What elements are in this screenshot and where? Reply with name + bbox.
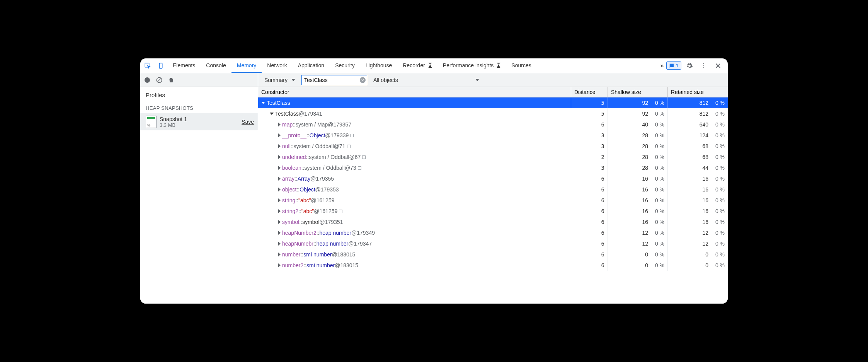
link-box-icon xyxy=(350,134,354,137)
chevron-right-icon[interactable] xyxy=(278,144,281,148)
shallow-pct: 0 % xyxy=(650,262,664,268)
cell-distance: 6 xyxy=(571,173,608,184)
row-text: :: xyxy=(301,165,305,171)
retained-value: 68 xyxy=(702,143,708,149)
cell-retained: 8120 % xyxy=(668,108,728,119)
chevron-right-icon[interactable] xyxy=(278,263,281,267)
shallow-pct: 0 % xyxy=(650,186,664,193)
summary-select[interactable]: Summary xyxy=(261,77,298,83)
table-row[interactable]: heapNumber2 :: heap number @1793496120 %… xyxy=(258,227,728,238)
class-filter-input[interactable] xyxy=(301,75,367,85)
chevron-right-icon[interactable] xyxy=(278,133,281,137)
device-icon[interactable] xyxy=(154,60,167,72)
table-row[interactable]: symbol :: symbol @1793516160 %160 % xyxy=(258,217,728,227)
chevron-right-icon[interactable] xyxy=(278,177,281,181)
retained-pct: 0 % xyxy=(711,251,725,258)
tab-console[interactable]: Console xyxy=(201,58,231,73)
tab-lighthouse[interactable]: Lighthouse xyxy=(360,58,398,73)
cell-retained: 440 % xyxy=(668,162,728,173)
row-text: :: xyxy=(317,230,320,236)
table-row[interactable]: array :: Array @1793556160 %160 % xyxy=(258,173,728,184)
row-text: array xyxy=(282,176,294,182)
tab-recorder[interactable]: Recorder xyxy=(397,58,437,73)
table-row[interactable]: number2 :: smi number @183015600 %00 % xyxy=(258,260,728,271)
row-text: @67 xyxy=(349,154,361,160)
issues-count: 1 xyxy=(676,63,679,68)
chevron-right-icon[interactable] xyxy=(278,231,281,235)
cell-constructor: string :: "abc" @161259 xyxy=(258,195,571,206)
allobjects-select[interactable]: All objects xyxy=(370,77,482,83)
row-text: @161259 xyxy=(314,208,337,214)
chevron-right-icon[interactable] xyxy=(278,209,281,213)
record-icon[interactable] xyxy=(144,77,150,83)
table-row[interactable]: boolean :: system / Oddball @733280 %440… xyxy=(258,162,728,173)
retained-value: 812 xyxy=(700,111,708,117)
header-distance[interactable]: Distance xyxy=(571,87,608,97)
row-text: @73 xyxy=(345,165,356,171)
chevron-down-icon[interactable] xyxy=(261,102,265,104)
chat-icon xyxy=(669,63,674,68)
table-row[interactable]: object :: Object @1793536160 %160 % xyxy=(258,184,728,195)
retained-pct: 0 % xyxy=(711,154,725,160)
chevron-right-icon[interactable] xyxy=(278,242,281,246)
table-row[interactable]: map :: system / Map @1793576400 %6400 % xyxy=(258,119,728,130)
row-text: :: xyxy=(300,251,303,258)
table-row[interactable]: null :: system / Oddball @713280 %680 % xyxy=(258,141,728,152)
cell-retained: 680 % xyxy=(668,141,728,152)
header-retained[interactable]: Retained size xyxy=(668,87,728,97)
filter-wrap: ✕ xyxy=(301,75,367,85)
kebab-icon[interactable]: ⋮ xyxy=(698,60,710,72)
table-row[interactable]: TestClass @1793415920 %8120 % xyxy=(258,108,728,119)
snapshot-item[interactable]: Snapshot 1 3.3 MB Save xyxy=(140,113,258,130)
chevron-right-icon[interactable] xyxy=(278,166,281,170)
inspect-icon[interactable] xyxy=(141,60,154,72)
chevron-right-icon[interactable] xyxy=(278,188,281,191)
tab-network[interactable]: Network xyxy=(262,58,292,73)
delete-icon[interactable] xyxy=(168,77,174,84)
cell-distance: 5 xyxy=(571,97,608,108)
tab-sources[interactable]: Sources xyxy=(506,58,536,73)
chevron-right-icon[interactable] xyxy=(278,198,281,202)
header-constructor[interactable]: Constructor xyxy=(258,87,571,97)
clear-filter-icon[interactable]: ✕ xyxy=(360,77,366,83)
cell-constructor: TestClass @179341 xyxy=(258,108,571,119)
chevron-right-icon[interactable] xyxy=(278,253,281,256)
table-row[interactable]: undefined :: system / Oddball @672280 %6… xyxy=(258,152,728,162)
row-text: @179357 xyxy=(328,121,351,128)
cell-distance: 2 xyxy=(571,152,608,162)
issues-badge[interactable]: 1 xyxy=(666,61,681,70)
chevron-down-icon[interactable] xyxy=(270,113,274,115)
row-text: Array xyxy=(298,176,310,182)
tab-elements[interactable]: Elements xyxy=(167,58,201,73)
table-row[interactable]: __proto__ :: Object @1793393280 %1240 % xyxy=(258,130,728,141)
table-row[interactable]: string :: "abc" @1612596160 %160 % xyxy=(258,195,728,206)
tab-application[interactable]: Application xyxy=(293,58,330,73)
row-text: symbol xyxy=(302,219,319,225)
table-row[interactable]: heapNumebr :: heap number @1793476120 %1… xyxy=(258,238,728,249)
retained-value: 16 xyxy=(702,208,708,214)
chevron-right-icon[interactable] xyxy=(278,155,281,159)
save-link[interactable]: Save xyxy=(242,119,254,125)
retained-pct: 0 % xyxy=(711,230,725,236)
shallow-pct: 0 % xyxy=(650,154,664,160)
shallow-value: 28 xyxy=(642,154,648,160)
close-icon[interactable] xyxy=(711,60,725,72)
chevron-right-icon[interactable] xyxy=(278,220,281,224)
clear-icon[interactable] xyxy=(156,77,163,84)
row-text: @179341 xyxy=(299,111,322,117)
tab-performance-insights[interactable]: Performance insights xyxy=(437,58,506,73)
table-row[interactable]: string2 :: "abc" @1612596160 %160 % xyxy=(258,206,728,217)
chevron-right-icon[interactable] xyxy=(278,123,281,126)
tab-security[interactable]: Security xyxy=(330,58,360,73)
shallow-value: 0 xyxy=(645,251,648,258)
retained-pct: 0 % xyxy=(711,262,725,268)
more-tabs-icon[interactable]: » xyxy=(658,61,666,71)
settings-icon[interactable] xyxy=(683,60,696,72)
tab-memory[interactable]: Memory xyxy=(231,58,262,73)
snapshot-name: Snapshot 1 xyxy=(160,116,238,122)
header-shallow[interactable]: Shallow size xyxy=(608,87,668,97)
row-text: @179347 xyxy=(348,241,372,247)
table-row[interactable]: number :: smi number @183015600 %00 % xyxy=(258,249,728,260)
table-row[interactable]: TestClass5920 %8120 % xyxy=(258,97,728,108)
row-text: :: xyxy=(306,154,309,160)
